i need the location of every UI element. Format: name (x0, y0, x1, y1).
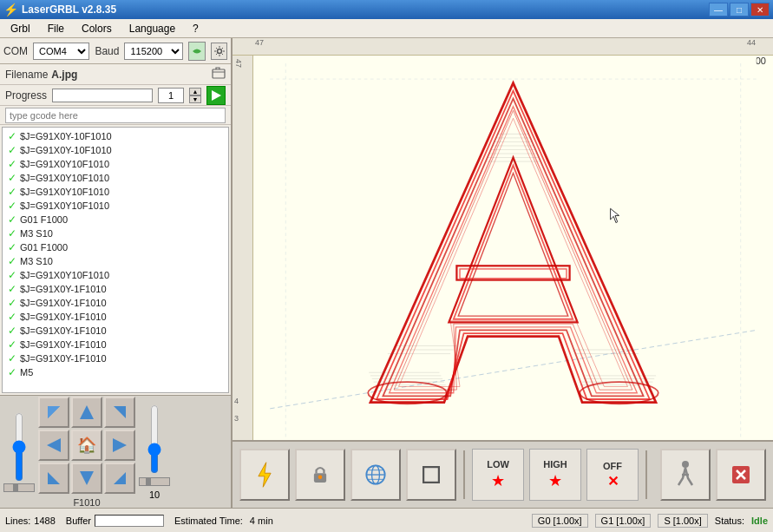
speed-number: 10 (149, 489, 160, 500)
gcode-list-item: ✓$J=G91X0Y-1F1010 (4, 351, 226, 365)
svg-marker-11 (114, 472, 126, 484)
laser-low-icon: ★ (491, 471, 505, 490)
canvas-content (253, 56, 773, 440)
menu-colors[interactable]: Colors (75, 21, 119, 36)
ruler-top: 47 44 (233, 38, 773, 56)
progress-bar (52, 89, 153, 102)
progress-up[interactable]: ▲ (189, 88, 201, 95)
maximize-button[interactable]: □ (730, 3, 749, 16)
laser-high-button[interactable]: HIGH ★ (529, 449, 581, 501)
app-title: LaserGRBL v2.8.35 (22, 3, 116, 16)
gcode-list-item: ✓G01 F1000 (4, 240, 226, 254)
gcode-list-item: ✓$J=G91X0Y-10F1010 (4, 143, 226, 157)
baud-label: Baud (95, 45, 119, 57)
gcode-list-item: ✓M3 S10 (4, 254, 226, 268)
gcode-list-item: ✓$J=G91X0Y10F1010 (4, 157, 226, 171)
menu-file[interactable]: File (41, 21, 71, 36)
svg-marker-9 (48, 472, 60, 484)
laser-low-label: LOW (487, 459, 509, 470)
gcode-list-item: ✓$J=G91X0Y-1F1010 (4, 282, 226, 296)
laser-start-button[interactable] (239, 449, 290, 501)
minimize-button[interactable]: — (709, 3, 728, 16)
laser-off-label: OFF (603, 461, 622, 471)
menu-grbl[interactable]: Grbl (3, 21, 37, 36)
close-button[interactable]: ✕ (750, 3, 770, 16)
nav-left[interactable] (38, 430, 69, 461)
menubar: Grbl File Colors Language ? (0, 19, 773, 38)
svg-marker-6 (114, 406, 126, 418)
nav-up[interactable] (71, 397, 102, 428)
gcode-list-item: ✓$J=G91X0Y10F1010 (4, 171, 226, 185)
gcode-list-item: ✓$J=G91X0Y-10F1010 (4, 129, 226, 143)
svg-rect-53 (423, 467, 439, 483)
gcode-list-item: ✓M3 S10 (4, 227, 226, 240)
g0-badge: G0 [1.00x] (532, 514, 588, 528)
gcode-input-row (0, 106, 231, 125)
filename-value: A.jpg (51, 69, 77, 81)
laser-low-button[interactable]: LOW ★ (472, 449, 524, 501)
world-button[interactable] (350, 449, 401, 501)
nav-home[interactable]: 🏠 (71, 430, 102, 461)
nav-down-left[interactable] (38, 463, 69, 494)
time-value: 4 min (250, 516, 273, 526)
progress-number[interactable] (158, 88, 184, 103)
settings-button[interactable] (211, 43, 227, 60)
progress-label: Progress (5, 89, 47, 102)
gcode-list[interactable]: ✓$J=G91X0Y-10F1010✓$J=G91X0Y-10F1010✓$J=… (2, 127, 229, 393)
open-file-button[interactable] (212, 66, 226, 82)
laser-high-label: HIGH (543, 459, 567, 470)
time-label: Estimated Time: (174, 516, 243, 526)
svg-marker-8 (113, 438, 127, 452)
laser-off-icon: ✕ (607, 473, 619, 489)
baud-select[interactable]: 115200 (124, 43, 182, 60)
gcode-list-item: ✓$J=G91X0Y-1F1010 (4, 296, 226, 310)
gcode-list-item: ✓$J=G91X0Y-1F1010 (4, 338, 226, 351)
svg-marker-45 (259, 463, 271, 487)
speed-slider-right[interactable] (147, 404, 162, 474)
filename-label: Filename (5, 69, 48, 81)
svg-point-47 (318, 475, 322, 478)
com-select[interactable]: COM4 (33, 43, 89, 60)
svg-marker-2 (212, 90, 221, 101)
speed-status: G0 [1.00x] G1 [1.00x] S [1.00x] Status: … (532, 514, 768, 528)
gcode-input[interactable] (5, 108, 226, 123)
progress-down[interactable]: ▼ (189, 95, 201, 103)
speed-slider-left[interactable] (11, 412, 27, 482)
svg-rect-1 (213, 69, 225, 78)
buffer-bar (95, 515, 164, 527)
menu-language[interactable]: Language (122, 21, 182, 36)
frame-button[interactable] (406, 449, 456, 501)
nav-up-left[interactable] (38, 397, 69, 428)
progress-row: Progress ▲ ▼ (0, 85, 231, 106)
nav-right[interactable] (104, 430, 135, 461)
ruler-left: 47 4 3 (233, 56, 253, 440)
connect-button[interactable] (188, 42, 206, 61)
lines-status: Lines: 1488 (5, 516, 56, 526)
gcode-list-item: ✓$J=G91X0Y10F1010 (4, 185, 226, 199)
svg-marker-7 (47, 438, 61, 452)
run-button[interactable] (206, 86, 226, 105)
lines-label: Lines: (5, 516, 30, 526)
status-label: Status: (715, 516, 744, 526)
buffer-status: Buffer (66, 515, 164, 527)
nav-down[interactable] (71, 463, 102, 494)
nav-down-right[interactable] (104, 463, 135, 494)
filename-row: Filename A.jpg (0, 64, 231, 85)
stop-button[interactable] (716, 449, 766, 501)
walk-button[interactable] (660, 449, 711, 501)
buffer-label: Buffer (66, 516, 91, 526)
svg-rect-12 (270, 56, 757, 440)
svg-marker-4 (48, 406, 60, 418)
lock-button[interactable] (295, 449, 345, 501)
gcode-list-item: ✓$J=G91X0Y10F1010 (4, 268, 226, 282)
com-label: COM (3, 45, 28, 57)
titlebar-left: ⚡ LaserGRBL v2.8.35 (3, 3, 116, 16)
bottom-status-bar: Lines: 1488 Buffer Estimated Time: 4 min… (0, 508, 773, 532)
lines-value: 1488 (34, 516, 55, 526)
laser-off-button[interactable]: OFF ✕ (586, 449, 639, 501)
laser-high-icon: ★ (548, 471, 562, 490)
nav-up-right[interactable] (104, 397, 135, 428)
menu-help[interactable]: ? (186, 21, 206, 36)
time-status: Estimated Time: 4 min (174, 516, 273, 526)
g1-badge: G1 [1.00x] (595, 514, 652, 528)
